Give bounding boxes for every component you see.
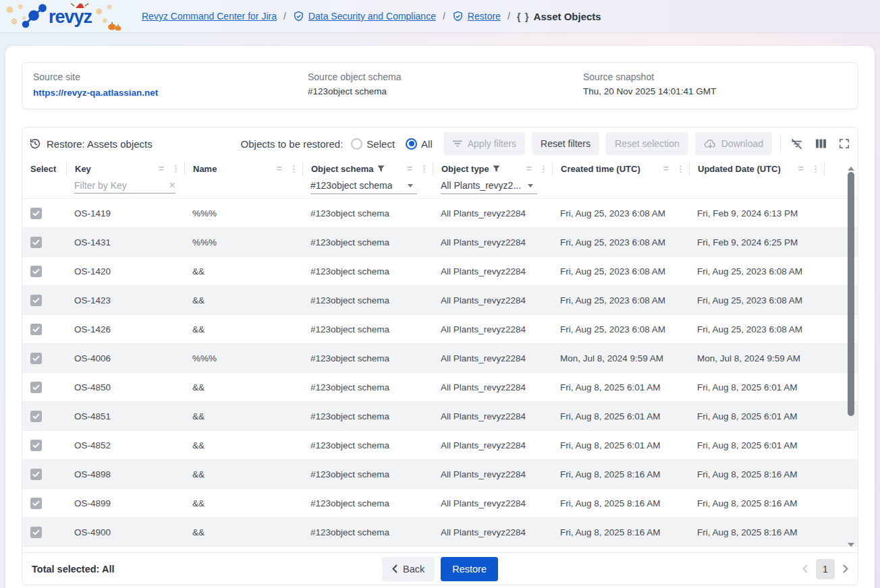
scroll-up-arrow-icon[interactable]: [848, 167, 854, 171]
row-checkbox[interactable]: [30, 353, 42, 364]
column-menu-icon[interactable]: [811, 164, 824, 174]
previous-page-button[interactable]: [802, 564, 808, 573]
scrollbar-thumb[interactable]: [848, 172, 854, 416]
breadcrumb-restore[interactable]: Restore: [452, 11, 501, 22]
restore-button[interactable]: Restore: [441, 557, 498, 581]
column-header-object-type[interactable]: Object type: [433, 162, 552, 175]
row-checkbox[interactable]: [30, 527, 42, 538]
breadcrumb-data-security[interactable]: Data Security and Compliance: [293, 11, 436, 22]
restore-history-icon: [29, 138, 41, 150]
row-key-cell: OS-1419: [66, 208, 184, 218]
row-created-time-cell: Fri, Aug 25, 2023 6:08 AM: [552, 295, 689, 305]
row-object-schema-cell: #123object schema: [302, 469, 433, 479]
table-row[interactable]: OS-1420 && #123object schema All Plants_…: [22, 257, 858, 286]
radio-select[interactable]: Select: [351, 138, 395, 150]
table-scrollbar[interactable]: [846, 164, 855, 550]
back-button[interactable]: Back: [382, 557, 435, 581]
row-checkbox[interactable]: [30, 411, 42, 422]
clear-filters-button[interactable]: [790, 138, 803, 150]
row-checkbox[interactable]: [30, 266, 42, 277]
table-row[interactable]: OS-4900 && #123object schema All Plants_…: [22, 518, 858, 547]
breadcrumb-command-center-link[interactable]: Revyz Command Center for Jira: [142, 11, 277, 22]
column-header-key[interactable]: Key: [66, 162, 184, 175]
scrollbar-track[interactable]: [846, 172, 855, 541]
table-row[interactable]: OS-1423 && #123object schema All Plants_…: [22, 286, 858, 315]
next-page-button[interactable]: [843, 564, 848, 573]
column-resize-icon[interactable]: [663, 163, 673, 174]
svg-text:❄: ❄: [107, 3, 112, 11]
page-number[interactable]: 1: [816, 559, 835, 579]
radio-all-label: All: [421, 138, 433, 150]
breadcrumb-command-center[interactable]: Revyz Command Center for Jira: [142, 11, 277, 22]
radio-all-circle-icon[interactable]: [406, 138, 417, 150]
object-type-filter-select[interactable]: All Plants_revyz2...: [441, 180, 537, 194]
column-resize-icon[interactable]: [159, 163, 168, 174]
row-updated-date-cell: Fri, Aug 8, 2025 8:16 AM: [689, 498, 824, 508]
row-object-schema-cell: #123object schema: [302, 237, 433, 247]
clear-filter-icon[interactable]: ×: [169, 180, 175, 191]
row-created-time-cell: Fri, Aug 25, 2023 6:08 AM: [552, 324, 689, 334]
download-button[interactable]: Download: [695, 132, 772, 155]
row-checkbox[interactable]: [30, 324, 42, 335]
table-row[interactable]: OS-4852 && #123object schema All Plants_…: [22, 431, 858, 460]
row-object-type-cell: All Plants_revyz2284: [433, 324, 552, 334]
row-object-schema-cell: #123object schema: [302, 527, 433, 537]
row-checkbox[interactable]: [30, 469, 42, 480]
column-menu-icon[interactable]: [290, 164, 302, 174]
table-body: OS-1419 %%% #123object schema All Plants…: [22, 199, 858, 552]
table-row[interactable]: OS-4898 && #123object schema All Plants_…: [22, 460, 858, 489]
check-icon: [32, 268, 40, 274]
apply-filters-button[interactable]: Apply filters: [443, 132, 525, 155]
column-resize-icon[interactable]: [277, 163, 286, 174]
row-object-type-cell: All Plants_revyz2284: [433, 469, 552, 479]
source-site-link[interactable]: https://revyz-qa.atlassian.net: [33, 88, 158, 98]
source-object-schema-value: #123object schema: [308, 86, 583, 96]
row-checkbox[interactable]: [30, 208, 42, 219]
column-header-created-time[interactable]: Created time (UTC): [552, 162, 689, 175]
radio-all[interactable]: All: [406, 138, 433, 150]
filter-off-icon: [790, 138, 803, 150]
table-row[interactable]: OS-1431 %%% #123object schema All Plants…: [22, 228, 858, 257]
object-schema-filter-select[interactable]: #123object schema: [310, 180, 417, 194]
source-snapshot-field: Source snapshot Thu, 20 Nov 2025 14:01:4…: [583, 71, 847, 98]
reset-filters-button[interactable]: Reset filters: [532, 132, 599, 155]
column-resize-icon[interactable]: [798, 163, 808, 174]
fullscreen-button[interactable]: [839, 138, 850, 149]
row-checkbox[interactable]: [30, 440, 42, 451]
column-header-object-schema[interactable]: Object schema: [302, 162, 433, 175]
column-resize-icon[interactable]: [526, 163, 536, 174]
table-row[interactable]: OS-4006 %%% #123object schema All Plants…: [22, 344, 858, 373]
table-row[interactable]: OS-4851 && #123object schema All Plants_…: [22, 402, 858, 431]
column-menu-icon[interactable]: [171, 164, 184, 174]
key-filter-input[interactable]: [74, 180, 155, 191]
radio-select-circle-icon[interactable]: [351, 138, 362, 150]
columns-button[interactable]: [815, 138, 827, 149]
table-row[interactable]: OS-4850 && #123object schema All Plants_…: [22, 373, 858, 402]
column-menu-icon[interactable]: [420, 164, 433, 174]
column-header-updated-date[interactable]: Updated Date (UTC): [689, 162, 824, 175]
breadcrumb-restore-link[interactable]: Restore: [468, 11, 501, 22]
braces-icon: { }: [517, 11, 530, 22]
column-menu-icon[interactable]: [539, 164, 552, 174]
row-key-cell: OS-4900: [66, 527, 184, 537]
source-object-schema-field: Source object schema #123object schema: [308, 71, 583, 98]
row-checkbox[interactable]: [30, 237, 42, 248]
reset-selection-button[interactable]: Reset selection: [606, 132, 688, 155]
row-checkbox[interactable]: [30, 498, 42, 509]
scroll-down-arrow-icon[interactable]: [848, 543, 854, 547]
column-resize-icon[interactable]: [407, 163, 416, 174]
table-row[interactable]: OS-1419 %%% #123object schema All Plants…: [22, 199, 858, 228]
row-updated-date-cell: Fri, Feb 9, 2024 6:25 PM: [689, 237, 824, 247]
table-row[interactable]: OS-4899 && #123object schema All Plants_…: [22, 489, 858, 518]
row-checkbox[interactable]: [30, 295, 42, 306]
row-name-cell: %%%: [184, 237, 302, 247]
breadcrumb-data-security-link[interactable]: Data Security and Compliance: [308, 11, 436, 22]
row-updated-date-cell: Fri, Aug 25, 2023 6:08 AM: [689, 266, 824, 276]
table-title: Restore: Assets objects: [29, 138, 153, 150]
column-header-name[interactable]: Name: [184, 162, 302, 175]
column-menu-icon[interactable]: [676, 164, 689, 174]
toolbar-actions: Objects to be restored: Select All Apply…: [241, 132, 850, 155]
row-checkbox[interactable]: [30, 382, 42, 393]
table-row[interactable]: OS-1426 && #123object schema All Plants_…: [22, 315, 858, 344]
row-object-schema-cell: #123object schema: [302, 324, 433, 334]
